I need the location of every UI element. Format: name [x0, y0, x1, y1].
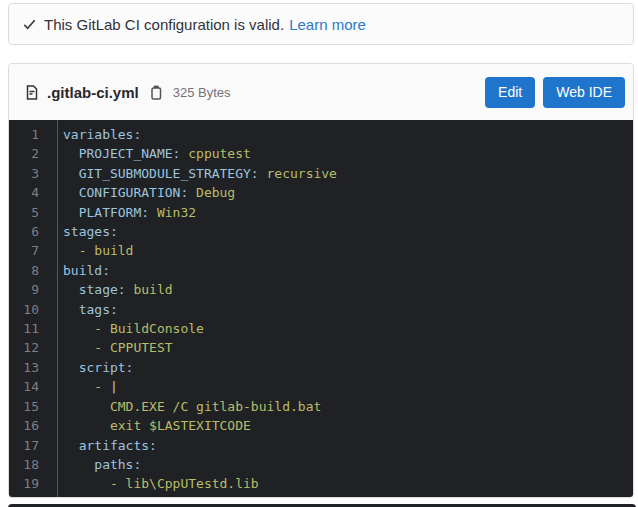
file-card: .gitlab-ci.yml 325 Bytes Edit Web IDE 1v… — [8, 63, 634, 498]
code-line-content: stages: — [49, 222, 118, 241]
line-number-link[interactable]: 3 — [9, 164, 49, 183]
line-number-link[interactable]: 15 — [9, 397, 49, 416]
ci-valid-alert: This GitLab CI configuration is valid. L… — [8, 3, 634, 45]
code-line-content: stage: build — [49, 280, 173, 299]
code-line: 9 stage: build — [9, 280, 633, 299]
page: This GitLab CI configuration is valid. L… — [0, 0, 638, 507]
code-viewer: 1variables:2 PROJECT_NAME: cpputest3 GIT… — [9, 120, 633, 497]
line-number-link[interactable]: 8 — [9, 261, 49, 280]
learn-more-link[interactable]: Learn more — [289, 16, 366, 33]
line-number-link[interactable]: 4 — [9, 183, 49, 202]
copy-file-path-icon[interactable] — [148, 84, 164, 101]
code-line: 3 GIT_SUBMODULE_STRATEGY: recursive — [9, 164, 633, 183]
code-line: 12 - CPPUTEST — [9, 338, 633, 357]
line-number-link[interactable]: 9 — [9, 280, 49, 299]
code-line: 4 CONFIGURATION: Debug — [9, 183, 633, 202]
code-line: 11 - BuildConsole — [9, 319, 633, 338]
file-header: .gitlab-ci.yml 325 Bytes Edit Web IDE — [9, 64, 633, 120]
line-number-link[interactable]: 19 — [9, 474, 49, 493]
code-line: 1variables: — [9, 125, 633, 144]
code-line-content: tags: — [49, 300, 118, 319]
code-line-content: artifacts: — [49, 436, 157, 455]
code-line: 2 PROJECT_NAME: cpputest — [9, 144, 633, 163]
document-icon — [24, 84, 40, 101]
code-line-content: - | — [49, 377, 118, 396]
code-line: 14 - | — [9, 377, 633, 396]
edit-button[interactable]: Edit — [485, 77, 535, 108]
code-line: 15 CMD.EXE /C gitlab-build.bat — [9, 397, 633, 416]
web-ide-button[interactable]: Web IDE — [543, 77, 625, 108]
code-line-content: GIT_SUBMODULE_STRATEGY: recursive — [49, 164, 337, 183]
file-size: 325 Bytes — [173, 85, 231, 100]
check-icon — [22, 17, 37, 32]
line-number-link[interactable]: 10 — [9, 300, 49, 319]
line-number-link[interactable]: 6 — [9, 222, 49, 241]
code-line-content: - build — [49, 241, 133, 260]
code-line-content: exit $LASTEXITCODE — [49, 416, 251, 435]
code-line: 13 script: — [9, 358, 633, 377]
code-line-content: - BuildConsole — [49, 319, 204, 338]
line-number-link[interactable]: 1 — [9, 125, 49, 144]
line-number-link[interactable]: 14 — [9, 377, 49, 396]
code-line-content: - CPPUTEST — [49, 338, 173, 357]
file-name: .gitlab-ci.yml — [47, 84, 139, 101]
code-line: 5 PLATFORM: Win32 — [9, 203, 633, 222]
code-line: 19 - lib\CppUTestd.lib — [9, 474, 633, 493]
alert-message: This GitLab CI configuration is valid. — [44, 16, 284, 33]
gutter-divider — [57, 120, 58, 497]
code-line: 17 artifacts: — [9, 436, 633, 455]
code-line-content: - lib\CppUTestd.lib — [49, 474, 259, 493]
code-line-content: variables: — [49, 125, 141, 144]
line-number-link[interactable]: 16 — [9, 416, 49, 435]
code-line: 18 paths: — [9, 455, 633, 474]
code-line: 16 exit $LASTEXITCODE — [9, 416, 633, 435]
line-number-link[interactable]: 17 — [9, 436, 49, 455]
code-line-content: CONFIGURATION: Debug — [49, 183, 235, 202]
code-line: 6stages: — [9, 222, 633, 241]
code-line: 8build: — [9, 261, 633, 280]
code-line-content: script: — [49, 358, 133, 377]
line-number-link[interactable]: 18 — [9, 455, 49, 474]
code-line-content: PROJECT_NAME: cpputest — [49, 144, 251, 163]
code-lines: 1variables:2 PROJECT_NAME: cpputest3 GIT… — [9, 125, 633, 494]
code-line-content: CMD.EXE /C gitlab-build.bat — [49, 397, 321, 416]
line-number-link[interactable]: 5 — [9, 203, 49, 222]
line-number-link[interactable]: 7 — [9, 241, 49, 260]
line-number-link[interactable]: 13 — [9, 358, 49, 377]
code-line: 7 - build — [9, 241, 633, 260]
line-number-link[interactable]: 11 — [9, 319, 49, 338]
code-line-content: build: — [49, 261, 110, 280]
code-line-content: PLATFORM: Win32 — [49, 203, 196, 222]
code-line-content: paths: — [49, 455, 141, 474]
line-number-link[interactable]: 2 — [9, 144, 49, 163]
line-number-link[interactable]: 12 — [9, 338, 49, 357]
code-line: 10 tags: — [9, 300, 633, 319]
